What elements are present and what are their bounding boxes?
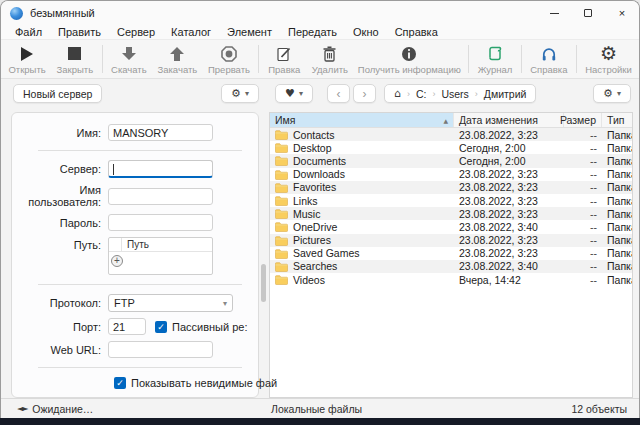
status-text: Ожидание… <box>32 403 93 415</box>
menu-item[interactable]: Элемент <box>219 25 280 40</box>
table-header: Имя ▲ Дата изменения Размер Тип <box>270 113 632 128</box>
breadcrumb[interactable]: ⌂ ›C:›Users›Дмитрий <box>384 84 536 103</box>
file-name-cell: Music <box>270 208 454 220</box>
menu-item[interactable]: Передать <box>280 25 345 40</box>
get-info-button[interactable]: Получить информацию <box>353 42 465 76</box>
edit-button[interactable]: Правка <box>262 42 306 76</box>
home-icon[interactable]: ⌂ <box>394 87 401 100</box>
file-row[interactable]: Downloads 23.08.2022, 3:23 -- Папка <box>270 168 632 181</box>
file-row[interactable]: Videos Вчера, 14:42 -- Папка <box>270 273 632 286</box>
bookmark-controls: Новый сервер ⚙ ▾ <box>13 84 259 103</box>
open-connection-button[interactable]: Открыть <box>3 42 51 76</box>
file-row[interactable]: Pictures 23.08.2022, 3:23 -- Папка <box>270 234 632 247</box>
upload-button[interactable]: Закачать <box>152 42 203 76</box>
folder-icon <box>275 221 288 232</box>
delete-button[interactable]: Удалить <box>306 42 353 76</box>
file-size-cell: -- <box>564 181 602 193</box>
browser-actions-button[interactable]: ⚙ ▾ <box>593 84 631 103</box>
port-input[interactable] <box>108 318 146 335</box>
password-input[interactable] <box>108 214 213 231</box>
username-input[interactable] <box>108 188 213 205</box>
file-row[interactable]: Favorites 23.08.2022, 3:23 -- Папка <box>270 181 632 194</box>
menu-item[interactable]: Каталог <box>163 25 219 40</box>
weburl-input[interactable] <box>108 341 213 358</box>
file-row[interactable]: Links 23.08.2022, 3:23 -- Папка <box>270 194 632 207</box>
breadcrumb-segment[interactable]: C: <box>416 88 427 100</box>
settings-button[interactable]: ⚙ Настройки <box>580 42 637 76</box>
file-modified-cell: 23.08.2022, 3:23 <box>454 168 564 180</box>
column-header-size[interactable]: Размер <box>564 113 602 127</box>
maximize-button[interactable] <box>571 1 605 25</box>
path-label: Путь: <box>12 237 108 251</box>
name-input[interactable] <box>108 124 213 141</box>
file-type-cell: Папка <box>602 260 632 272</box>
file-size-cell: -- <box>564 195 602 207</box>
help-button[interactable]: Справка <box>525 42 573 76</box>
file-row[interactable]: Music 23.08.2022, 3:23 -- Папка <box>270 207 632 220</box>
abort-button[interactable]: Прервать <box>203 42 256 76</box>
app-window: безымянный × ФайлПравитьСерверКаталогЭле… <box>0 0 640 418</box>
download-button[interactable]: Скачать <box>106 42 153 76</box>
left-pane-scrollbar[interactable] <box>259 112 269 398</box>
scrollbar-thumb[interactable] <box>261 264 266 302</box>
gear-icon: ⚙ <box>231 87 241 100</box>
menu-item[interactable]: Править <box>50 25 109 40</box>
add-path-button[interactable]: + <box>111 255 123 267</box>
file-name-cell: Documents <box>270 155 454 167</box>
breadcrumb-segment[interactable]: Дмитрий <box>484 88 527 100</box>
form-divider <box>38 150 242 151</box>
new-server-button[interactable]: Новый сервер <box>13 84 102 103</box>
back-button[interactable]: ‹ <box>327 84 350 103</box>
file-type-cell: Папка <box>602 168 632 180</box>
file-row[interactable]: Contacts 23.08.2022, 3:23 -- Папка <box>270 128 632 141</box>
crumb-separator-icon: › <box>475 89 478 99</box>
file-type-cell: Папка <box>602 221 632 233</box>
forward-button[interactable]: › <box>353 84 376 103</box>
log-scroll-icon <box>487 44 503 63</box>
file-row[interactable]: Documents Сегодня, 2:00 -- Папка <box>270 154 632 167</box>
status-bar: ◄► Ожидание… Локальные файлы 12 объекты <box>1 398 639 418</box>
file-modified-cell: 23.08.2022, 3:23 <box>454 247 564 259</box>
menu-item[interactable]: Сервер <box>109 25 163 40</box>
file-browser: Имя ▲ Дата изменения Размер Тип Contacts… <box>269 112 633 398</box>
file-type-cell: Папка <box>602 195 632 207</box>
show-hidden-checkbox[interactable]: ✓ <box>114 377 126 389</box>
window-title: безымянный <box>30 7 537 19</box>
download-arrow-icon <box>121 44 137 63</box>
file-modified-cell: 23.08.2022, 3:23 <box>454 195 564 207</box>
bookmark-actions-button[interactable]: ⚙ ▾ <box>221 84 259 103</box>
protocol-select[interactable]: FTP ▾ <box>108 294 233 312</box>
breadcrumb-segment[interactable]: Users <box>441 88 468 100</box>
password-label: Пароль: <box>12 217 108 229</box>
favorites-button[interactable]: ♥ ▾ <box>275 84 313 103</box>
server-input[interactable] <box>108 160 213 178</box>
path-list[interactable]: Путь + <box>108 237 213 275</box>
passive-mode-checkbox[interactable]: ✓ <box>155 321 167 333</box>
minimize-button[interactable] <box>537 1 571 25</box>
menu-item[interactable]: Файл <box>7 25 50 40</box>
menu-item[interactable]: Окно <box>345 25 387 40</box>
file-modified-cell: 23.08.2022, 3:23 <box>454 208 564 220</box>
file-row[interactable]: Desktop Сегодня, 2:00 -- Папка <box>270 141 632 154</box>
toolbar-separator <box>521 45 522 73</box>
name-label: Имя: <box>12 127 108 139</box>
log-button[interactable]: Журнал <box>472 42 518 76</box>
menu-item[interactable]: Справка <box>387 25 446 40</box>
file-row[interactable]: OneDrive 23.08.2022, 3:40 -- Папка <box>270 220 632 233</box>
file-modified-cell: 23.08.2022, 3:23 <box>454 234 564 246</box>
column-header-type[interactable]: Тип <box>602 113 632 127</box>
file-type-cell: Папка <box>602 142 632 154</box>
close-button[interactable]: × <box>605 1 639 25</box>
file-modified-cell: Вчера, 14:42 <box>454 274 564 286</box>
heart-icon: ♥ <box>285 87 295 100</box>
close-connection-button[interactable]: Закрыть <box>51 42 98 76</box>
folder-icon <box>275 182 288 193</box>
column-header-modified[interactable]: Дата изменения <box>454 113 564 127</box>
file-row[interactable]: Searches 23.08.2022, 3:40 -- Папка <box>270 260 632 273</box>
path-list-header: Путь <box>109 238 212 252</box>
file-row[interactable]: Saved Games 23.08.2022, 3:23 -- Папка <box>270 247 632 260</box>
column-header-name[interactable]: Имя ▲ <box>270 113 454 127</box>
transfer-icon: ◄► <box>17 404 27 413</box>
file-size-cell: -- <box>564 155 602 167</box>
chevron-down-icon: ▾ <box>245 89 249 98</box>
